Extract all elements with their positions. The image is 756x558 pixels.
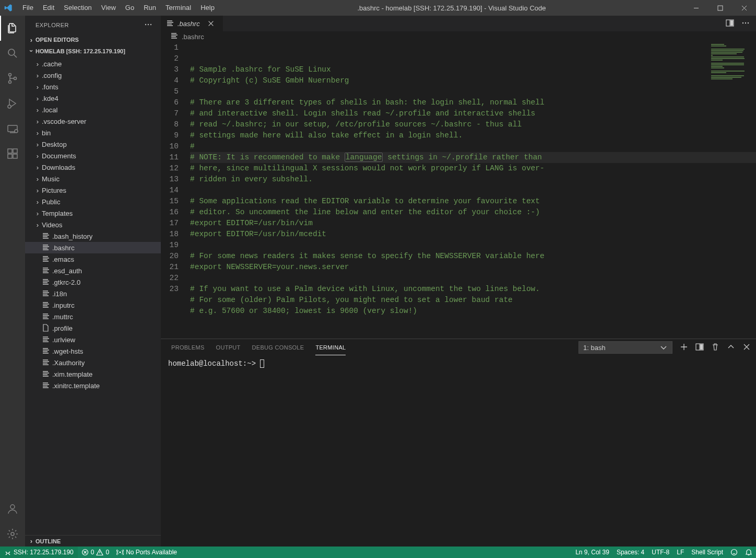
close-panel-icon[interactable] bbox=[742, 343, 751, 352]
file-icon bbox=[42, 324, 52, 332]
status-remote[interactable]: SSH: 172.25.179.190 bbox=[0, 547, 78, 558]
status-language[interactable]: Shell Script bbox=[688, 547, 727, 558]
tab-label: .bashrc bbox=[178, 20, 200, 28]
folder-item[interactable]: ›.vscode-server bbox=[25, 115, 161, 127]
new-terminal-icon[interactable] bbox=[680, 343, 688, 352]
activity-search[interactable] bbox=[0, 41, 25, 66]
menu-run[interactable]: Run bbox=[139, 0, 161, 16]
chevron-right-icon: › bbox=[33, 152, 42, 160]
chevron-right-icon: › bbox=[33, 129, 42, 137]
file-item[interactable]: .wget-hsts bbox=[25, 345, 161, 357]
chevron-right-icon: › bbox=[27, 36, 36, 44]
folder-item[interactable]: ›Pictures bbox=[25, 184, 161, 196]
folder-item[interactable]: ›.kde4 bbox=[25, 92, 161, 104]
file-item[interactable]: .urlview bbox=[25, 334, 161, 345]
gutter: 1234567891011121314151617181920212223 bbox=[161, 42, 190, 339]
menu-help[interactable]: Help bbox=[196, 0, 219, 16]
activity-extensions[interactable] bbox=[0, 141, 25, 166]
activity-source-control[interactable] bbox=[0, 66, 25, 91]
file-item[interactable]: .Xauthority bbox=[25, 357, 161, 368]
folder-item[interactable]: ›Documents bbox=[25, 150, 161, 161]
remote-icon bbox=[4, 549, 11, 556]
folder-item[interactable]: ›Music bbox=[25, 173, 161, 184]
close-icon[interactable] bbox=[207, 20, 215, 27]
chevron-right-icon: › bbox=[33, 221, 42, 229]
folder-item[interactable]: ›Desktop bbox=[25, 138, 161, 150]
kill-terminal-icon[interactable] bbox=[711, 343, 719, 352]
editor-body[interactable]: 1234567891011121314151617181920212223 # … bbox=[161, 42, 756, 339]
folder-item[interactable]: ›.local bbox=[25, 104, 161, 115]
status-problems[interactable]: 0 0 bbox=[78, 547, 113, 558]
more-icon[interactable] bbox=[144, 20, 152, 30]
terminal[interactable]: homelab@localhost:~> bbox=[161, 356, 756, 547]
file-item[interactable]: .esd_auth bbox=[25, 265, 161, 276]
chevron-right-icon: › bbox=[33, 198, 42, 206]
folder-item[interactable]: ›Public bbox=[25, 196, 161, 207]
panel-tab-terminal[interactable]: TERMINAL bbox=[315, 340, 346, 355]
file-item[interactable]: .inputrc bbox=[25, 299, 161, 311]
editor-area: .bashrc .bashrc 123456789101112131415161… bbox=[161, 16, 756, 547]
more-icon[interactable] bbox=[741, 19, 750, 29]
activity-account[interactable] bbox=[0, 496, 25, 521]
activity-run[interactable] bbox=[0, 91, 25, 116]
file-item[interactable]: .emacs bbox=[25, 253, 161, 265]
file-item[interactable]: .bash_history bbox=[25, 230, 161, 242]
split-terminal-icon[interactable] bbox=[695, 343, 704, 352]
window-minimize-button[interactable] bbox=[684, 0, 708, 16]
split-editor-icon[interactable] bbox=[726, 19, 734, 29]
folder-item[interactable]: ›Templates bbox=[25, 207, 161, 219]
sidebar: EXPLORER › OPEN EDITORS › HOMELAB [SSH: … bbox=[25, 16, 161, 547]
activity-explorer[interactable] bbox=[0, 16, 25, 41]
folder-item[interactable]: ›bin bbox=[25, 127, 161, 138]
menu-view[interactable]: View bbox=[97, 0, 121, 16]
activity-remote[interactable] bbox=[0, 116, 25, 141]
bell-icon bbox=[745, 549, 752, 556]
activitybar bbox=[0, 16, 25, 547]
menu-edit[interactable]: Edit bbox=[38, 0, 59, 16]
breadcrumb[interactable]: .bashrc bbox=[161, 31, 756, 41]
status-feedback[interactable] bbox=[727, 547, 741, 558]
menu-file[interactable]: File bbox=[18, 0, 38, 16]
chevron-right-icon: › bbox=[33, 60, 42, 68]
menu-go[interactable]: Go bbox=[121, 0, 139, 16]
statusbar: SSH: 172.25.179.190 0 0 No Ports Availab… bbox=[0, 547, 756, 558]
status-cursor-position[interactable]: Ln 9, Col 39 bbox=[572, 547, 613, 558]
status-indentation[interactable]: Spaces: 4 bbox=[613, 547, 648, 558]
file-item[interactable]: .gtkrc-2.0 bbox=[25, 276, 161, 288]
menu-selection[interactable]: Selection bbox=[59, 0, 96, 16]
minimap[interactable] bbox=[709, 42, 756, 339]
maximize-panel-icon[interactable] bbox=[727, 343, 735, 352]
file-icon bbox=[42, 347, 52, 355]
file-item[interactable]: .xim.template bbox=[25, 368, 161, 380]
outline-header[interactable]: › OUTLINE bbox=[25, 535, 161, 547]
status-encoding[interactable]: UTF-8 bbox=[648, 547, 673, 558]
tab-bashrc[interactable]: .bashrc bbox=[161, 16, 223, 31]
terminal-select[interactable]: 1: bash bbox=[578, 341, 672, 354]
panel-tab-problems[interactable]: PROBLEMS bbox=[171, 340, 205, 355]
panel-tab-debug-console[interactable]: DEBUG CONSOLE bbox=[252, 340, 304, 355]
window-maximize-button[interactable] bbox=[708, 0, 732, 16]
code[interactable]: # Sample .bashrc for SuSE Linux# Copyrig… bbox=[190, 42, 756, 339]
status-notifications[interactable] bbox=[741, 547, 756, 558]
chevron-down-icon bbox=[659, 343, 668, 352]
folder-item[interactable]: ›Downloads bbox=[25, 161, 161, 173]
menu-terminal[interactable]: Terminal bbox=[161, 0, 196, 16]
status-eol[interactable]: LF bbox=[673, 547, 688, 558]
folder-item[interactable]: ›.cache bbox=[25, 58, 161, 69]
file-item[interactable]: .profile bbox=[25, 322, 161, 334]
file-item[interactable]: .bashrc bbox=[25, 242, 161, 253]
activity-settings[interactable] bbox=[0, 521, 25, 547]
status-ports[interactable]: No Ports Available bbox=[113, 547, 181, 558]
panel-tab-output[interactable]: OUTPUT bbox=[216, 340, 241, 355]
file-item[interactable]: .xinitrc.template bbox=[25, 380, 161, 391]
file-icon bbox=[166, 19, 174, 28]
window-close-button[interactable] bbox=[732, 0, 756, 16]
file-icon bbox=[42, 266, 52, 275]
file-item[interactable]: .i18n bbox=[25, 288, 161, 299]
folder-item[interactable]: ›Videos bbox=[25, 219, 161, 230]
file-item[interactable]: .muttrc bbox=[25, 311, 161, 322]
workspace-header[interactable]: › HOMELAB [SSH: 172.25.179.190] bbox=[25, 45, 161, 57]
open-editors-header[interactable]: › OPEN EDITORS bbox=[25, 34, 161, 45]
folder-item[interactable]: ›.config bbox=[25, 69, 161, 81]
folder-item[interactable]: ›.fonts bbox=[25, 81, 161, 92]
